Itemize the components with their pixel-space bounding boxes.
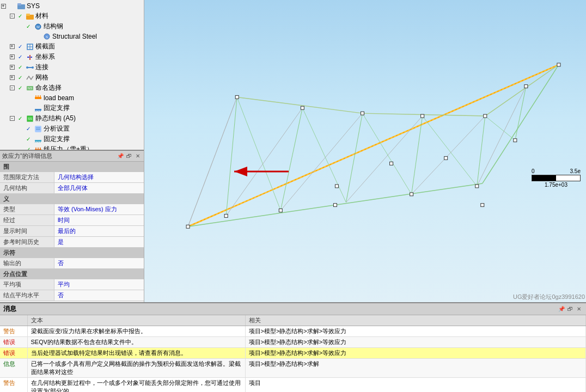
detail-float-icon[interactable]: 🗗 <box>125 152 133 160</box>
tree-item-load-beam[interactable]: load beam <box>0 93 144 103</box>
svg-rect-82 <box>410 193 413 196</box>
svg-line-65 <box>302 108 346 202</box>
msg-related: 项目>模型>静态结构>求解>等效应力 <box>245 337 586 348</box>
tree-icon-coordinate: ✓ <box>16 53 25 62</box>
svg-point-16 <box>32 66 34 69</box>
tree-type-icon-line-pressure-snow <box>34 145 42 150</box>
msg-related: 项目 <box>245 378 586 393</box>
tree-item-connection[interactable]: +✓连接 <box>0 62 144 72</box>
tree-icon-load-beam <box>24 94 33 102</box>
detail-header-icons: 📌 🗗 ✕ <box>117 152 142 160</box>
message-row[interactable]: 信息 已将一个或多个具有用户定义网格截面的操作为预积分截面发送给求解器。梁截面结… <box>0 359 586 378</box>
detail-cell-right[interactable]: 时间 <box>54 215 144 225</box>
tree-expand-cross-section[interactable]: + <box>9 44 15 50</box>
msg-type: 错误 <box>0 348 27 359</box>
svg-line-52 <box>188 205 335 227</box>
tree-item-structural-steel-en[interactable]: SStructural Steel <box>0 32 144 41</box>
tree-item-materials[interactable]: -✓材料 <box>0 11 144 21</box>
tree-item-named-sel[interactable]: -✓NS命名选择 <box>0 83 144 93</box>
svg-line-36 <box>38 142 39 143</box>
svg-line-35 <box>36 142 38 143</box>
detail-cell-right[interactable]: 全部几何体 <box>54 183 144 193</box>
detail-cell-left: 范围限定方法 <box>0 172 54 182</box>
detail-cell-right[interactable]: 最后的 <box>54 226 144 236</box>
tree-item-sys[interactable]: +SYS <box>0 1 144 11</box>
tree-area: +SYS-✓材料✓M结构钢SStructural Steel+✓横截面+✓坐标系… <box>0 0 144 150</box>
detail-content: 围范围限定方法几何结构选择几何结构全部几何体义类型等效 (Von-Mises) … <box>0 162 144 301</box>
tree-expand-connection[interactable]: + <box>9 64 15 71</box>
messages-close-icon[interactable]: ✕ <box>575 305 583 313</box>
detail-row: 显示时间最后的 <box>0 226 144 237</box>
tree-item-struct-steel[interactable]: ✓M结构钢 <box>0 21 144 32</box>
tree-label-materials: 材料 <box>35 11 48 21</box>
tree-item-mesh[interactable]: +✓网格 <box>0 72 144 83</box>
tree-item-static-struct[interactable]: -✓SS静态结构 (A5) <box>0 113 144 124</box>
svg-rect-76 <box>224 214 228 217</box>
tree-type-icon-fixed-support2 <box>34 135 42 144</box>
detail-cell-right[interactable]: 否 <box>54 290 144 301</box>
svg-line-63 <box>485 65 559 116</box>
detail-section-header: 围 <box>0 162 144 172</box>
tree-expand-materials[interactable]: - <box>9 13 15 20</box>
tree-label-sys: SYS <box>27 2 40 10</box>
message-row[interactable]: 警告 梁截面应变/应力结果在求解坐标系中报告。 项目>模型>静态结构>求解>等效… <box>0 326 586 337</box>
detail-cell-right[interactable]: 否 <box>54 258 144 268</box>
svg-line-69 <box>188 97 237 226</box>
svg-rect-77 <box>235 95 239 99</box>
svg-line-66 <box>362 113 411 194</box>
svg-rect-83 <box>421 114 424 118</box>
svg-rect-87 <box>514 139 517 142</box>
tree-item-analysis-settings[interactable]: ✓分析设置 <box>0 124 144 134</box>
scale-label-right: 3.5e <box>570 168 581 174</box>
msg-text: 梁截面应变/应力结果在求解坐标系中报告。 <box>27 326 245 337</box>
detail-close-icon[interactable]: ✕ <box>134 152 142 160</box>
msg-text: 已将一个或多个具有用户定义网格截面的操作为预积分截面发送给求解器。梁截面结果将对… <box>27 359 245 378</box>
svg-line-55 <box>226 97 237 216</box>
message-row[interactable]: 错误 当后处理器试加载特定结果时出现错误，请查看所有消息。 项目>模型>静态结构… <box>0 348 586 359</box>
detail-row: 参考时间历史是 <box>0 237 144 248</box>
detail-row: 几何结构全部几何体 <box>0 183 144 194</box>
tree-type-icon-static-struct: SS <box>26 114 34 123</box>
detail-cell-right[interactable]: 等效 (Von-Mises) 应力 <box>54 204 144 215</box>
detail-panel: 效应力"的详细信息 📌 🗗 ✕ 围范围限定方法几何结构选择几何结构全部几何体义类… <box>0 150 144 302</box>
tree-item-fixed-support2[interactable]: ✓固定支撑 <box>0 134 144 144</box>
tree-item-fixed-support1[interactable]: 固定支撑 <box>0 103 144 113</box>
tree-expand-mesh[interactable]: + <box>9 75 15 81</box>
message-row[interactable]: 错误 SEQV的结果数据不包含在结果文件中。 项目>模型>静态结构>求解>等效应… <box>0 337 586 348</box>
detail-section-header: 示符 <box>0 248 144 258</box>
detail-header: 效应力"的详细信息 📌 🗗 ✕ <box>0 151 144 162</box>
svg-line-68 <box>485 116 515 140</box>
messages-tbody: 警告 梁截面应变/应力结果在求解坐标系中报告。 项目>模型>静态结构>求解>等效… <box>0 326 586 393</box>
messages-data-table: 文本 相关 警告 梁截面应变/应力结果在求解坐标系中报告。 项目>模型>静态结构… <box>0 315 586 392</box>
viewport: 0 3.5e 1.75e+03 UG爱好者论坛0gz3991620 <box>144 0 586 302</box>
tree-type-icon-mesh <box>26 74 34 82</box>
msg-related: 项目>模型>静态结构>求解 <box>245 359 586 378</box>
detail-pin-icon[interactable]: 📌 <box>117 152 124 160</box>
svg-rect-92 <box>444 156 448 160</box>
messages-icons: 📌 🗗 ✕ <box>558 305 583 313</box>
detail-cell-right[interactable]: 几何结构选择 <box>54 172 144 182</box>
tree-icon-line-pressure-snow: ✓ <box>24 145 33 150</box>
message-row[interactable]: 警告 在几何结构更新过程中，一个或多个对象可能丢失部分限定附件，您可通过使用设置… <box>0 378 586 393</box>
tree-icon-materials: ✓ <box>16 12 25 21</box>
tree-item-line-pressure-snow[interactable]: ✓线压力（雪+重） <box>0 144 144 150</box>
svg-line-59 <box>477 116 485 186</box>
svg-text:SS: SS <box>28 117 32 120</box>
tree-expand-named-sel[interactable]: - <box>9 85 15 91</box>
detail-cell-right[interactable]: 平均 <box>54 279 144 290</box>
detail-row: 范围限定方法几何结构选择 <box>0 172 144 183</box>
messages-pin-icon[interactable]: 📌 <box>558 305 565 313</box>
detail-cell-right[interactable]: 是 <box>54 237 144 247</box>
svg-rect-79 <box>301 106 304 109</box>
tree-item-cross-section[interactable]: +✓横截面 <box>0 41 144 52</box>
tree-expand-sys[interactable]: + <box>0 3 7 9</box>
detail-cell-left: 平均项 <box>0 279 54 290</box>
left-panel: +SYS-✓材料✓M结构钢SStructural Steel+✓横截面+✓坐标系… <box>0 0 144 302</box>
messages-float-icon[interactable]: 🗗 <box>566 305 574 313</box>
main-area: +SYS-✓材料✓M结构钢SStructural Steel+✓横截面+✓坐标系… <box>0 0 586 302</box>
tree-label-fixed-support1: 固定支撑 <box>44 103 70 113</box>
svg-point-13 <box>29 56 31 58</box>
tree-expand-static-struct[interactable]: - <box>9 115 15 122</box>
tree-expand-coordinate[interactable]: + <box>9 54 15 60</box>
tree-item-coordinate[interactable]: +✓坐标系 <box>0 52 144 62</box>
